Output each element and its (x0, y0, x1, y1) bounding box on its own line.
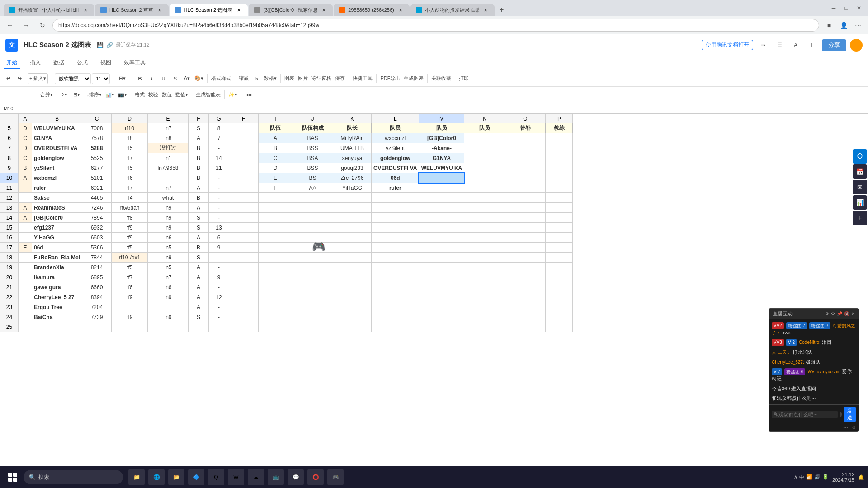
cell-j15[interactable] (292, 223, 333, 233)
col-header-j[interactable]: J (292, 114, 333, 123)
cell-n13[interactable] (464, 203, 505, 213)
cell-n24[interactable] (464, 312, 505, 322)
table-btn[interactable]: ⊞▾ (117, 73, 127, 84)
cell-h24[interactable] (229, 312, 259, 322)
cell-a19[interactable] (19, 263, 32, 272)
cell-p10[interactable] (546, 173, 573, 183)
cell-a7[interactable]: D (19, 143, 32, 153)
cell-c12[interactable]: 4465 (82, 193, 112, 203)
cell-i13[interactable] (259, 203, 292, 213)
cell-f17[interactable]: B (189, 243, 209, 253)
cell-p12[interactable] (546, 193, 573, 203)
cell-g25[interactable] (209, 322, 229, 332)
cell-f14[interactable]: S (189, 213, 209, 223)
cell-b21[interactable]: gawe gura (32, 282, 82, 292)
cell-b22[interactable]: CherryLee_5 27 (32, 292, 82, 302)
cell-e15[interactable]: ln9 (148, 223, 189, 233)
cell-p22[interactable] (546, 292, 573, 302)
cell-c14[interactable]: 7894 (82, 213, 112, 223)
cell-e7[interactable]: 没打过 (148, 143, 189, 153)
cell-l13[interactable] (372, 203, 419, 213)
fill-color-btn[interactable]: 🎨▾ (193, 73, 205, 84)
font-size-select[interactable]: 11 (92, 73, 110, 84)
cell-e10[interactable] (148, 173, 189, 183)
cell-h6[interactable] (229, 133, 259, 143)
cell-a12[interactable] (19, 193, 32, 203)
chat-input[interactable] (772, 411, 838, 418)
row-header-6[interactable]: 6 (0, 133, 19, 143)
extensions-btn[interactable]: ■ (823, 19, 835, 32)
related-collect-btn[interactable]: 关联收藏 (430, 73, 453, 84)
cell-m13[interactable] (419, 203, 464, 213)
cell-c10[interactable]: 5101 (82, 173, 112, 183)
cell-n16[interactable] (464, 233, 505, 243)
start-button[interactable] (4, 468, 22, 486)
cell-g10[interactable]: - (209, 173, 229, 183)
col-header-g[interactable]: G (209, 114, 229, 123)
cell-i17[interactable] (259, 243, 292, 253)
cell-p14[interactable] (546, 213, 573, 223)
tab-hlc2[interactable]: HLC Season 2 选图表 ✕ (170, 4, 248, 16)
cell-c7[interactable]: 5288 (82, 143, 112, 153)
cell-c16[interactable]: 6603 (82, 233, 112, 243)
cell-j6[interactable]: BAS (292, 133, 333, 143)
cell-f6[interactable]: A (189, 133, 209, 143)
outlook-btn[interactable]: O (853, 149, 867, 164)
cell-o8[interactable] (505, 153, 546, 163)
taskbar-wifi[interactable]: 📶 (806, 474, 812, 481)
cell-d5[interactable]: rf10 (112, 123, 148, 133)
cell-j10[interactable]: BS (292, 173, 333, 183)
cell-h25[interactable] (229, 322, 259, 332)
cell-g16[interactable]: 6 (209, 233, 229, 243)
cell-j13[interactable] (292, 203, 333, 213)
cell-f25[interactable] (189, 322, 209, 332)
cell-a24[interactable] (19, 312, 32, 322)
cell-m21[interactable] (419, 282, 464, 292)
taskbar-up-arrow[interactable]: ∧ (794, 474, 797, 481)
cell-e20[interactable]: ln7 (148, 272, 189, 282)
formula-fx-btn[interactable]: fx (251, 73, 262, 84)
cell-g18[interactable]: - (209, 253, 229, 263)
cell-l12[interactable] (372, 193, 419, 203)
cell-a17[interactable]: E (19, 243, 32, 253)
cell-o11[interactable] (505, 183, 546, 193)
cell-a10[interactable]: A (19, 173, 32, 183)
cell-g11[interactable]: - (209, 183, 229, 193)
cell-i7[interactable]: B (259, 143, 292, 153)
cell-b16[interactable]: YiHaGG (32, 233, 82, 243)
cell-d12[interactable]: rf4 (112, 193, 148, 203)
cell-i5[interactable]: 队伍 (259, 123, 292, 133)
cell-p18[interactable] (546, 253, 573, 263)
cell-k22[interactable] (333, 292, 372, 302)
chat-refresh-btn[interactable]: ⟳ (826, 311, 829, 316)
cell-b8[interactable]: goldenglow (32, 153, 82, 163)
print-btn[interactable]: 打印 (458, 73, 470, 84)
chat-settings-btn[interactable]: ⚙ (831, 311, 835, 316)
taskbar-icon-qq[interactable]: Q (208, 469, 224, 485)
row-header-22[interactable]: 22 (0, 292, 19, 302)
settings-btn[interactable]: ⋯ (852, 19, 864, 32)
cell-a18[interactable] (19, 253, 32, 263)
cell-m23[interactable] (419, 302, 464, 312)
browser-maximize[interactable]: □ (841, 3, 852, 14)
toolbar-tab-insert[interactable]: 插入 (27, 57, 43, 69)
cell-l19[interactable] (372, 263, 419, 272)
taskbar-icon-edge[interactable]: 🔷 (188, 469, 204, 485)
cell-c25[interactable] (82, 322, 112, 332)
cell-k19[interactable] (333, 263, 372, 272)
cell-f9[interactable]: B (189, 163, 209, 173)
cell-m10[interactable] (419, 173, 464, 183)
row-header-8[interactable]: 8 (0, 153, 19, 163)
cell-l7[interactable]: yzSilent (372, 143, 419, 153)
cell-n17[interactable] (464, 243, 505, 253)
cell-h11[interactable] (229, 183, 259, 193)
cell-p17[interactable] (546, 243, 573, 253)
toolbar-tab-start[interactable]: 开始 (4, 57, 20, 69)
undo-btn[interactable]: ↩ (3, 73, 14, 84)
row-header-5[interactable]: 5 (0, 123, 19, 133)
cell-b10[interactable]: wxbcmzl (32, 173, 82, 183)
cell-k25[interactable] (333, 322, 372, 332)
cell-n23[interactable] (464, 302, 505, 312)
sum-btn[interactable]: Σ▾ (59, 89, 70, 100)
cell-k21[interactable] (333, 282, 372, 292)
